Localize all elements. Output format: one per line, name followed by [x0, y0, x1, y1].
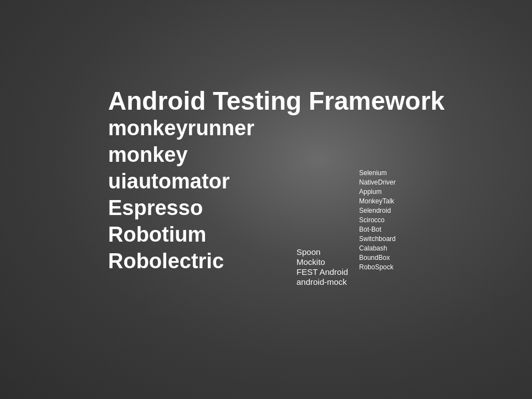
word-robotium: Robotium [108, 223, 206, 247]
word-android-testing-framework: Android Testing Framework [108, 86, 444, 116]
word-android-mock: android-mock [296, 277, 347, 287]
word-fest-android: FEST Android [296, 267, 348, 277]
word-selendroid: Selendroid [359, 207, 391, 214]
word-monkey: monkey [108, 143, 188, 167]
word-spoon: Spoon [296, 247, 320, 257]
word-robolectric: Robolectric [108, 249, 224, 273]
word-robospock: RoboSpock [359, 263, 393, 271]
word-scirocco: Scirocco [359, 216, 385, 224]
word-espresso: Espresso [108, 196, 203, 220]
word-nativedriver: NativeDriver [359, 178, 396, 186]
word-monkeyrunner: monkeyrunner [108, 116, 254, 140]
word-mockito: Mockito [296, 257, 325, 267]
word-bot-bot: Bot-Bot [359, 226, 381, 233]
word-uiautomator: uiautomator [108, 170, 230, 193]
word-appium: Appium [359, 188, 382, 196]
word-cloud: Android Testing Framework monkeyrunner m… [0, 0, 532, 399]
word-switchboard: Switchboard [359, 235, 396, 243]
word-boundbox: BoundBox [359, 254, 390, 262]
word-calabash: Calabash [359, 244, 387, 252]
word-selenium: Selenium [359, 169, 387, 177]
word-monkeytalk: MonkeyTalk [359, 197, 394, 205]
